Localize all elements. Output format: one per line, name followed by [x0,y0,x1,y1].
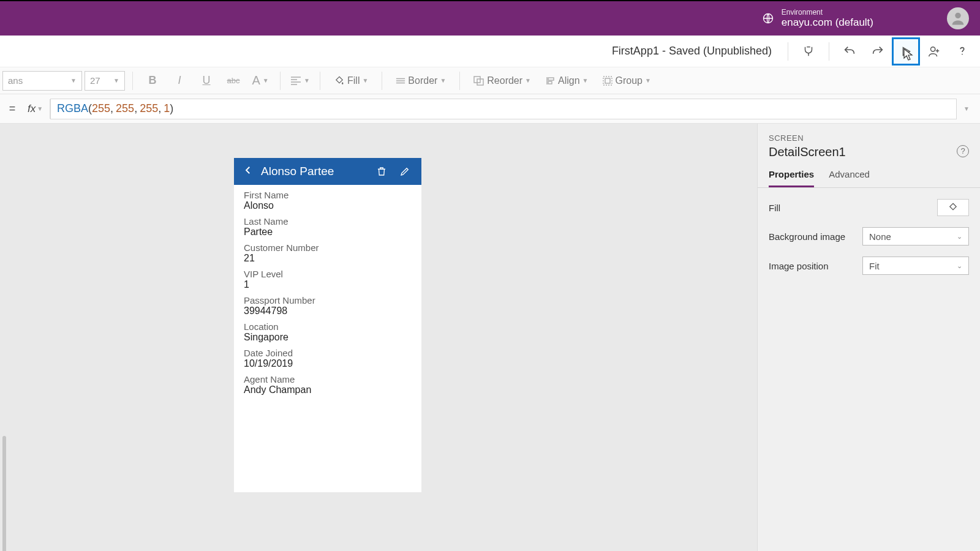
group-button[interactable]: Group ▼ [597,69,657,93]
canvas[interactable]: Alonso Partee First NameAlonsoLast NameP… [11,124,757,551]
detail-field: LocationSingapore [244,321,412,343]
field-value: Singapore [244,332,412,343]
field-value: Partee [244,227,412,238]
field-label: First Name [244,190,412,200]
help-button[interactable] [948,37,976,66]
fill-color-button[interactable]: Fill ▼ [328,69,374,93]
bold-button[interactable]: B [140,69,165,93]
field-value: Andy Champan [244,384,412,395]
undo-button[interactable] [835,37,864,66]
properties-tabs: Properties Advanced [758,164,980,188]
delete-button[interactable] [374,166,390,177]
field-label: Agent Name [244,374,412,384]
text-align-button[interactable]: ▼ [288,69,312,93]
align-button[interactable]: Align ▼ [540,69,594,93]
italic-button[interactable]: I [167,69,192,93]
prop-row-image-position: Image position Fit ⌄ [769,257,969,275]
app-title: FirstApp1 - Saved (Unpublished) [612,45,772,58]
prop-label: Image position [769,261,829,271]
field-label: VIP Level [244,269,412,279]
prop-label: Background image [769,231,845,242]
chevron-down-icon: ▼ [440,77,446,84]
font-family-select[interactable]: ans▼ [2,71,82,91]
prop-row-fill: Fill [769,199,969,216]
field-label: Customer Number [244,242,412,253]
detail-form: Alonso Partee First NameAlonsoLast NameP… [234,158,421,492]
strikethrough-button[interactable]: abc [221,69,246,93]
font-size-select[interactable]: 27▼ [85,71,125,91]
field-value: 21 [244,253,412,264]
svg-point-1 [955,13,960,18]
formula-input[interactable]: RGBA(255, 255, 255, 1) [50,99,957,119]
tab-properties[interactable]: Properties [769,169,814,187]
reorder-button[interactable]: Reorder ▼ [467,69,537,93]
app-checker-icon[interactable] [794,37,823,66]
redo-button[interactable] [864,37,892,66]
detail-field: Date Joined10/19/2019 [244,348,412,369]
property-selector[interactable]: = [4,102,21,115]
field-label: Location [244,321,412,332]
detail-header: Alonso Partee [234,158,421,185]
chevron-down-icon: ▼ [525,77,531,84]
fill-color-picker[interactable] [937,199,969,216]
format-toolbar: ans▼ 27▼ B I U abc A▼ ▼ Fill ▼ Border ▼ … [0,67,980,94]
detail-field: First NameAlonso [244,190,412,211]
selection-name: DetailScreen1 [769,145,846,159]
selection-kind: SCREEN [769,133,969,143]
fx-icon[interactable]: fx ▼ [21,99,50,119]
detail-field: Customer Number21 [244,242,412,264]
detail-body: First NameAlonsoLast NameParteeCustomer … [234,185,421,403]
svg-rect-6 [548,78,554,80]
svg-rect-7 [548,81,552,84]
environment-block[interactable]: Environment enayu.com (default) [762,8,873,29]
properties-panel: SCREEN DetailScreen1 ? Properties Advanc… [757,124,980,551]
svg-rect-9 [605,78,610,83]
detail-field: Last NamePartee [244,216,412,238]
separator [829,42,829,61]
environment-label: Environment [782,8,873,17]
chevron-down-icon: ▼ [304,77,310,84]
panel-help-icon[interactable]: ? [957,145,969,157]
chevron-down-icon: ▼ [963,105,970,112]
scrollbar[interactable] [2,436,6,551]
separator [788,42,788,61]
chevron-down-icon: ▼ [70,77,77,84]
chevron-down-icon: ▼ [37,105,43,112]
share-button[interactable] [920,37,948,66]
formula-expand-button[interactable]: ▼ [957,105,976,112]
detail-title: Alonso Partee [261,165,366,178]
chevron-down-icon: ⌄ [957,233,962,241]
chevron-down-icon: ▼ [645,77,651,84]
app-header: Environment enayu.com (default) [0,0,980,36]
detail-field: VIP Level1 [244,269,412,290]
chevron-down-icon: ⌄ [957,262,962,270]
environment-name: enayu.com (default) [782,17,873,29]
field-label: Passport Number [244,295,412,305]
field-label: Last Name [244,216,412,227]
chevron-down-icon: ▼ [362,77,368,84]
chevron-down-icon: ▼ [263,77,269,84]
chevron-down-icon: ▼ [582,77,589,84]
user-avatar[interactable] [947,7,969,29]
underline-button[interactable]: U [194,69,219,93]
svg-point-3 [962,53,963,54]
svg-point-2 [931,47,935,51]
field-value: 39944798 [244,305,412,317]
field-value: 10/19/2019 [244,358,412,369]
background-image-select[interactable]: None ⌄ [862,227,969,246]
field-value: 1 [244,279,412,290]
prop-label: Fill [769,203,780,213]
formula-bar: = fx ▼ RGBA(255, 255, 255, 1) ▼ [0,94,980,124]
border-button[interactable]: Border ▼ [390,69,452,93]
font-color-button[interactable]: A▼ [248,69,273,93]
back-button[interactable] [243,165,254,178]
detail-field: Agent NameAndy Champan [244,374,412,395]
tab-advanced[interactable]: Advanced [829,169,870,187]
globe-icon [762,12,774,24]
image-position-select[interactable]: Fit ⌄ [862,257,969,275]
command-bar: FirstApp1 - Saved (Unpublished) [0,36,980,67]
svg-rect-8 [603,77,612,85]
edit-button[interactable] [397,166,413,177]
prop-row-background-image: Background image None ⌄ [769,227,969,246]
preview-play-button[interactable] [892,37,920,66]
